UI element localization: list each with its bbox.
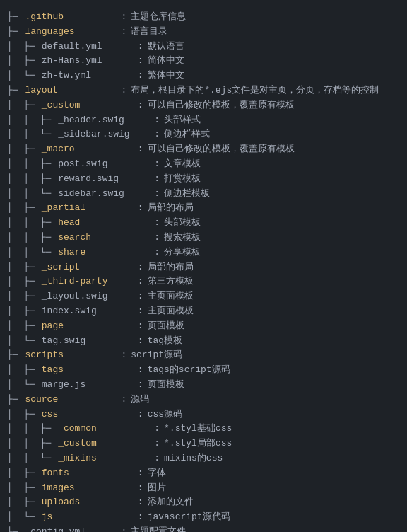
- item-description: 页面模板: [148, 319, 184, 334]
- item-name[interactable]: layout: [25, 83, 117, 98]
- separator: :: [154, 216, 160, 231]
- tree-indent: │ │ └─: [7, 245, 57, 260]
- item-description: 默认语言: [148, 40, 184, 54]
- tree-indent: │ ├─: [7, 40, 40, 54]
- item-name[interactable]: page: [42, 319, 134, 334]
- item-name[interactable]: images: [42, 481, 134, 496]
- item-name[interactable]: marge.js: [42, 378, 134, 393]
- item-name[interactable]: _macro: [42, 142, 134, 157]
- separator: :: [121, 83, 126, 98]
- separator: :: [154, 187, 160, 202]
- tree-row: │ │ ├─ post.swig : 文章模板: [6, 157, 401, 172]
- tree-indent: │ ├─: [7, 98, 40, 113]
- item-name[interactable]: tags: [42, 363, 134, 378]
- item-name[interactable]: search: [58, 231, 150, 245]
- item-description: 添加的文件: [148, 495, 194, 510]
- item-description: 侧边栏样式: [164, 127, 210, 142]
- tree-indent: ├─: [7, 83, 23, 98]
- item-name[interactable]: _config.yml: [25, 525, 117, 532]
- item-name[interactable]: _header.swig: [58, 113, 150, 128]
- separator: :: [138, 363, 143, 378]
- tree-indent: │ ├─: [7, 319, 40, 334]
- item-name[interactable]: _third-party: [42, 274, 134, 289]
- tree-row: │ │ └─ _mixins : mixins的css: [6, 451, 401, 466]
- tree-row: │ ├─ _custom : 可以自己修改的模板，覆盖原有模板: [6, 98, 401, 113]
- item-description: 图片: [148, 481, 166, 496]
- item-name[interactable]: sidebar.swig: [58, 187, 150, 202]
- tree-indent: ├─: [7, 525, 23, 532]
- item-name[interactable]: zh-Hans.yml: [42, 54, 134, 69]
- separator: :: [138, 334, 143, 349]
- tree-indent: │ │ ├─: [7, 172, 57, 187]
- item-description: script源码: [131, 348, 182, 363]
- tree-row: ├─ layout : 布局，根目录下的*.ejs文件是对主页，分页，存档等的控…: [6, 83, 401, 98]
- item-description: *.styl局部css: [164, 436, 232, 451]
- separator: :: [154, 127, 160, 142]
- tree-indent: │ ├─: [7, 466, 40, 481]
- item-name[interactable]: zh-tw.yml: [42, 69, 134, 83]
- tree-row: │ ├─ index.swig : 主页面模板: [6, 304, 401, 319]
- tree-indent: │ ├─: [7, 274, 40, 289]
- item-name[interactable]: uploads: [42, 495, 134, 510]
- separator: :: [138, 319, 143, 334]
- tree-indent: ├─: [7, 25, 23, 40]
- tree-indent: │ │ ├─: [7, 216, 57, 231]
- separator: :: [154, 245, 160, 260]
- item-name[interactable]: scripts: [25, 348, 117, 363]
- separator: :: [121, 525, 126, 532]
- item-description: *.styl基础css: [164, 422, 232, 436]
- separator: :: [154, 172, 160, 187]
- item-name[interactable]: post.swig: [58, 157, 150, 172]
- item-name[interactable]: languages: [25, 25, 117, 40]
- item-name[interactable]: source: [25, 393, 117, 407]
- item-name[interactable]: _mixins: [58, 451, 150, 466]
- tree-row: │ │ ├─ reward.swig : 打赏模板: [6, 172, 401, 187]
- item-name[interactable]: _custom: [42, 98, 134, 113]
- separator: :: [138, 495, 143, 510]
- tree-row: ├─ languages : 语言目录: [6, 25, 401, 40]
- tree-row: │ │ └─ _sidebar.swig : 侧边栏样式: [6, 127, 401, 142]
- tree-row: │ ├─ zh-Hans.yml : 简体中文: [6, 54, 401, 69]
- tree-indent: ├─: [7, 348, 23, 363]
- item-name[interactable]: share: [58, 245, 150, 260]
- separator: :: [138, 407, 143, 422]
- tree-row: │ │ ├─ _header.swig : 头部样式: [6, 113, 401, 128]
- item-name[interactable]: fonts: [42, 466, 134, 481]
- tree-indent: │ ├─: [7, 363, 40, 378]
- item-description: 侧边栏模板: [164, 187, 210, 202]
- tree-indent: │ ├─: [7, 54, 40, 69]
- tree-indent: │ └─: [7, 69, 40, 83]
- tree-indent: │ ├─: [7, 142, 40, 157]
- tree-row: │ ├─ page : 页面模板: [6, 319, 401, 334]
- separator: :: [154, 231, 160, 245]
- separator: :: [154, 436, 160, 451]
- item-name[interactable]: css: [42, 407, 134, 422]
- item-name[interactable]: index.swig: [42, 304, 134, 319]
- item-name[interactable]: .github: [25, 10, 117, 25]
- tree-row: │ └─ marge.js : 页面模板: [6, 378, 401, 393]
- tree-row: │ │ └─ sidebar.swig : 侧边栏模板: [6, 187, 401, 202]
- separator: :: [138, 40, 143, 54]
- item-description: 繁体中文: [148, 69, 184, 83]
- item-name[interactable]: default.yml: [42, 40, 134, 54]
- tree-indent: │ ├─: [7, 289, 40, 304]
- separator: :: [154, 113, 160, 128]
- item-name[interactable]: _common: [58, 422, 150, 436]
- item-name[interactable]: _script: [42, 260, 134, 275]
- item-name[interactable]: _custom: [58, 436, 150, 451]
- item-name[interactable]: head: [58, 216, 150, 231]
- item-name[interactable]: js: [42, 510, 134, 525]
- item-name[interactable]: tag.swig: [42, 334, 134, 349]
- item-description: 局部的布局: [148, 260, 194, 275]
- item-description: 可以自己修改的模板，覆盖原有模板: [148, 98, 295, 113]
- item-name[interactable]: _sidebar.swig: [58, 127, 150, 142]
- item-description: 布局，根目录下的*.ejs文件是对主页，分页，存档等的控制: [131, 83, 379, 98]
- tree-indent: │ ├─: [7, 481, 40, 496]
- item-name[interactable]: reward.swig: [58, 172, 150, 187]
- separator: :: [121, 393, 126, 407]
- separator: :: [138, 98, 143, 113]
- item-name[interactable]: _partial: [42, 201, 134, 216]
- separator: :: [138, 289, 143, 304]
- separator: :: [121, 25, 126, 40]
- item-name[interactable]: _layout.swig: [42, 289, 134, 304]
